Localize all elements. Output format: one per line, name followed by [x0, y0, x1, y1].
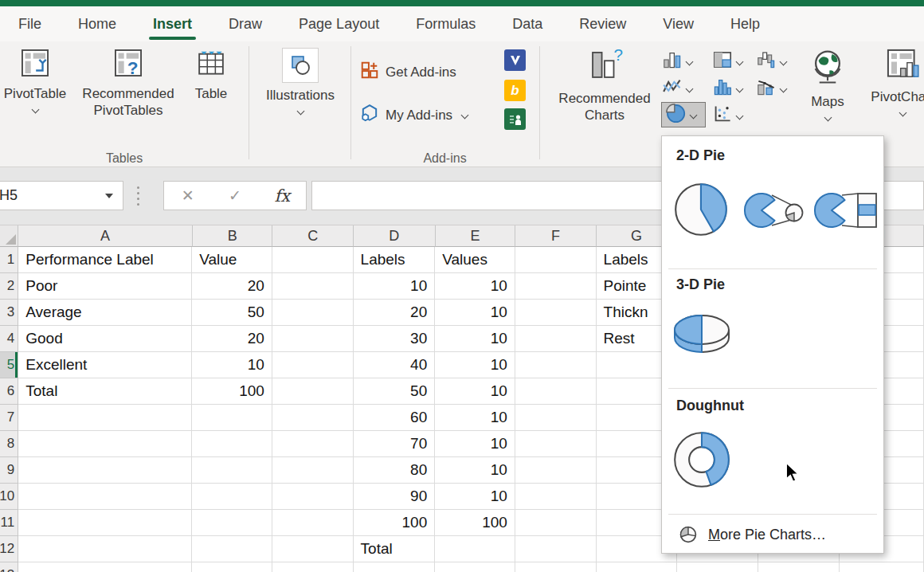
cell-B1[interactable]: Value	[192, 247, 272, 273]
tab-data[interactable]: Data	[494, 6, 561, 41]
cancel-icon[interactable]: ✕	[164, 186, 211, 205]
tab-page-layout[interactable]: Page Layout	[280, 6, 397, 41]
tab-insert[interactable]: Insert	[135, 6, 210, 41]
column-header-D[interactable]: D	[354, 225, 436, 247]
tab-review[interactable]: Review	[561, 6, 644, 41]
column-header-C[interactable]: C	[272, 225, 354, 247]
people-graph-app-icon[interactable]	[504, 108, 526, 130]
row-header-12[interactable]: 12	[0, 536, 18, 562]
cell-E5[interactable]: 10	[435, 352, 515, 378]
pie-chart-button[interactable]	[661, 102, 706, 127]
cell-E12[interactable]	[435, 536, 515, 562]
recommended-pivottables-button[interactable]: ? Recommended PivotTables	[75, 48, 182, 119]
cell-C5[interactable]	[272, 352, 354, 378]
cell-A9[interactable]	[18, 457, 192, 484]
cell-A8[interactable]	[18, 431, 192, 457]
cell-F11[interactable]	[515, 510, 597, 536]
cell-F6[interactable]	[515, 378, 597, 405]
cell-D10[interactable]: 90	[354, 484, 436, 510]
area-chart-button[interactable]	[713, 49, 751, 73]
combo-chart-button[interactable]	[757, 76, 795, 100]
table-button[interactable]: Table	[182, 48, 241, 102]
more-pie-charts-item[interactable]: More Pie Charts…	[662, 515, 883, 554]
my-addins-button[interactable]: My Add-ins	[360, 104, 468, 127]
cell-C3[interactable]	[272, 300, 354, 326]
recommended-charts-button[interactable]: ? RecommendedCharts	[548, 48, 661, 123]
pie-3d-item[interactable]	[667, 297, 737, 369]
cell-D9[interactable]: 80	[354, 457, 436, 484]
pivottable-button[interactable]: PivotTable	[0, 48, 75, 112]
cell-B4[interactable]: 20	[192, 326, 272, 352]
column-header-E[interactable]: E	[436, 225, 516, 247]
name-box-dropdown-icon[interactable]	[105, 194, 113, 198]
cell-D6[interactable]: 50	[354, 378, 436, 405]
get-addins-button[interactable]: Get Add-ins	[360, 61, 456, 84]
cell-A13[interactable]	[18, 562, 192, 572]
cell-E11[interactable]: 100	[435, 510, 515, 536]
cell-C4[interactable]	[272, 326, 354, 352]
row-header-1[interactable]: 1	[0, 247, 18, 273]
cell-B2[interactable]: 20	[192, 273, 272, 300]
bar-of-pie-item[interactable]	[810, 171, 880, 248]
cell-C12[interactable]	[272, 536, 354, 562]
cell-A7[interactable]	[18, 405, 192, 431]
cell-A11[interactable]	[18, 510, 192, 536]
row-header-5[interactable]: 5	[0, 352, 18, 378]
cell-C10[interactable]	[272, 484, 354, 510]
cell-B6[interactable]: 100	[192, 378, 272, 405]
doughnut-item[interactable]	[667, 420, 737, 500]
row-header-6[interactable]: 6	[0, 378, 18, 405]
cell-D3[interactable]: 20	[354, 300, 436, 326]
cell-E4[interactable]: 10	[435, 326, 515, 352]
row-header-13[interactable]: 13	[0, 562, 18, 572]
cell-A5[interactable]: Excellent	[18, 352, 192, 378]
pivotchart-button[interactable]: PivotChart	[859, 48, 924, 116]
cell-E2[interactable]: 10	[435, 273, 515, 300]
cell-B5[interactable]: 10	[192, 352, 272, 378]
cell-E9[interactable]: 10	[435, 457, 515, 484]
cell-C6[interactable]	[272, 378, 354, 405]
row-header-7[interactable]: 7	[0, 405, 18, 431]
histogram-chart-button[interactable]	[713, 76, 751, 100]
pie-2d-item[interactable]	[667, 171, 737, 248]
row-header-10[interactable]: 10	[0, 484, 18, 510]
visio-app-icon[interactable]	[504, 49, 526, 71]
cell-F12[interactable]	[515, 536, 597, 562]
cell-A6[interactable]: Total	[18, 378, 192, 405]
cell-F13[interactable]	[515, 562, 597, 572]
cell-B12[interactable]	[192, 536, 272, 562]
cell-F10[interactable]	[515, 484, 597, 510]
cell-F7[interactable]	[515, 405, 597, 431]
cell-E13[interactable]	[435, 562, 515, 572]
enter-icon[interactable]: ✓	[211, 186, 258, 205]
cell-D1[interactable]: Labels	[354, 247, 436, 273]
cell-A4[interactable]: Good	[18, 326, 192, 352]
cell-A1[interactable]: Performance Label	[18, 247, 192, 273]
cell-A2[interactable]: Poor	[18, 273, 192, 300]
tab-formulas[interactable]: Formulas	[397, 6, 494, 41]
cell-B3[interactable]: 50	[192, 300, 272, 326]
cell-A3[interactable]: Average	[18, 300, 192, 326]
cell-A10[interactable]	[18, 484, 192, 510]
row-header-4[interactable]: 4	[0, 326, 18, 352]
cell-E3[interactable]: 10	[435, 300, 515, 326]
insert-function-icon[interactable]: fx	[259, 186, 306, 206]
cell-J13[interactable]	[840, 562, 924, 572]
cell-D8[interactable]: 70	[354, 431, 436, 457]
cell-B9[interactable]	[192, 457, 272, 484]
tab-view[interactable]: View	[644, 6, 712, 41]
cell-C1[interactable]	[272, 247, 354, 273]
cell-B10[interactable]	[192, 484, 272, 510]
cell-F2[interactable]	[515, 273, 597, 300]
cell-E10[interactable]: 10	[435, 484, 515, 510]
line-chart-button[interactable]	[663, 76, 701, 100]
cell-F1[interactable]	[515, 247, 597, 273]
cell-B8[interactable]	[192, 431, 272, 457]
cell-H13[interactable]	[677, 562, 758, 572]
cell-F4[interactable]	[515, 326, 597, 352]
cell-F3[interactable]	[515, 300, 597, 326]
cell-D5[interactable]: 40	[354, 352, 436, 378]
cell-C13[interactable]	[272, 562, 354, 572]
pie-of-pie-item[interactable]	[738, 171, 808, 248]
cell-C7[interactable]	[272, 405, 354, 431]
